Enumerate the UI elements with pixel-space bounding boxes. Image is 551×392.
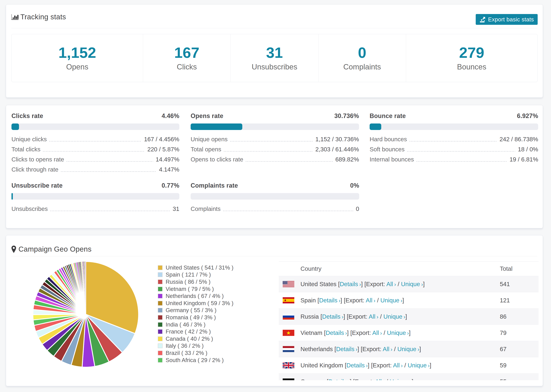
rate-row: Unique opens1,152 / 30.736% <box>191 134 359 144</box>
export-unique-link[interactable]: Unique <box>408 362 427 369</box>
export-unique-link[interactable]: Unique <box>390 378 409 380</box>
campaign-geo-opens-card: Campaign Geo Opens United States ( 541 /… <box>6 235 543 386</box>
geo-row-total-cell: 59 <box>500 362 507 369</box>
flag-nl-icon <box>283 346 294 352</box>
bracket: [ <box>324 329 326 336</box>
export-unique-link[interactable]: Unique <box>401 281 420 287</box>
details-link[interactable]: Details <box>319 297 338 304</box>
export-all-link[interactable]: All <box>372 329 379 336</box>
legend-label: Italy ( 36 / 2% ) <box>166 343 204 349</box>
legend-swatch <box>158 265 162 270</box>
legend-label: India ( 46 / 3% ) <box>166 321 205 328</box>
rate-row: Opens to clicks rate689.82% <box>191 154 359 164</box>
export-basic-stats-button[interactable]: Export basic stats <box>476 14 538 25</box>
dotted-leader <box>230 141 313 142</box>
rate-row-value: 167 / 4.456% <box>144 136 179 143</box>
geo-row-country-cell: Spain [Details›] [Export: All› / Unique›… <box>300 297 404 304</box>
details-link[interactable]: Details <box>336 346 354 352</box>
legend-item-south-africa: South Africa ( 29 / 2% ) <box>158 357 233 364</box>
legend-swatch <box>158 280 162 284</box>
export-all-link[interactable]: All <box>366 297 372 304</box>
flag-de-icon <box>283 378 294 380</box>
bracket: ] [Export: <box>347 329 372 336</box>
geo-row-country-cell: Russia [Details›] [Export: All› / Unique… <box>300 313 407 320</box>
geo-row-country-cell: United Kingdom [Details›] [Export: All› … <box>300 362 431 369</box>
export-unique-link[interactable]: Unique <box>397 346 416 352</box>
stat-column-bounces: 279Bounces <box>406 34 537 82</box>
export-all-link[interactable]: All <box>386 281 393 287</box>
details-link[interactable]: Details <box>340 281 358 287</box>
rate-row: Soft bounces18 / 0% <box>370 144 538 154</box>
rate-group-title: Bounce rate <box>370 112 406 120</box>
bar-chart-icon <box>11 14 19 20</box>
legend-item-spain: Spain ( 121 / 7% ) <box>158 271 233 279</box>
rate-row-value: 0 <box>356 205 359 212</box>
rate-group-title-row: Complaints rate0% <box>191 182 359 189</box>
country-name: United Kingdom <box>300 362 345 369</box>
dotted-leader <box>67 161 153 162</box>
bracket: ] <box>409 329 411 336</box>
export-all-link[interactable]: All <box>383 346 389 352</box>
rate-group-title-row: Opens rate30.736% <box>191 112 359 120</box>
stats-summary-box: 1,152Opens167Clicks31Unsubscribes0Compla… <box>11 34 537 82</box>
slash-separator: / <box>392 346 397 352</box>
rate-group-value: 4.46% <box>162 112 179 120</box>
stat-value: 0 <box>358 45 366 60</box>
country-column-header: Country <box>300 265 322 272</box>
details-link[interactable]: Details <box>346 362 365 369</box>
rate-row-value: 18 / 0% <box>518 146 538 153</box>
slash-separator: / <box>382 329 387 336</box>
legend-swatch <box>158 301 162 306</box>
legend-label: Spain ( 121 / 7% ) <box>166 271 211 278</box>
legend-swatch <box>158 315 162 320</box>
legend-item-netherlands: Netherlands ( 67 / 4% ) <box>158 293 233 300</box>
geo-table-row-us: United States [Details›] [Export: All› /… <box>279 276 538 292</box>
legend-label: Canada ( 40 / 2% ) <box>166 336 213 342</box>
rate-row-value: 4.147% <box>159 166 179 173</box>
legend-swatch <box>158 351 162 355</box>
rate-rows: Unique clicks167 / 4.456%Total clicks220… <box>11 134 179 175</box>
legend-label: Netherlands ( 67 / 4% ) <box>166 293 224 299</box>
legend-label: Romania ( 49 / 3% ) <box>166 314 216 321</box>
stat-label: Bounces <box>457 63 486 71</box>
chevron-right-icon: › <box>401 297 403 304</box>
details-link[interactable]: Details <box>328 378 347 380</box>
geo-table-row-nl: Netherlands [Details›] [Export: All› / U… <box>279 341 538 357</box>
chevron-right-icon: › <box>407 330 409 336</box>
geo-row-country-cell: United States [Details›] [Export: All› /… <box>300 281 425 287</box>
slash-separator: / <box>396 281 401 287</box>
details-link[interactable]: Details <box>326 329 344 336</box>
dotted-leader <box>50 210 170 211</box>
chevron-right-icon: › <box>421 281 423 287</box>
geo-row-total-cell: 67 <box>500 346 507 352</box>
export-all-link[interactable]: All <box>369 313 375 320</box>
export-all-link[interactable]: All <box>393 362 400 369</box>
export-unique-link[interactable]: Unique <box>387 329 406 336</box>
rate-row: Clicks to opens rate14.497% <box>11 154 179 164</box>
flag-us-icon <box>283 281 294 287</box>
bracket: [ <box>334 346 336 352</box>
export-unique-link[interactable]: Unique <box>383 313 402 320</box>
bracket: ] [Export: <box>350 378 375 380</box>
rate-row-label: Total opens <box>191 146 221 153</box>
geo-table-body: United States [Details›] [Export: All› /… <box>279 276 538 380</box>
stat-label: Complaints <box>343 63 381 71</box>
flag-vn-icon <box>283 330 294 336</box>
export-unique-link[interactable]: Unique <box>380 297 399 304</box>
geo-table-row-ru: Russia [Details›] [Export: All› / Unique… <box>279 308 538 325</box>
chevron-right-icon: › <box>366 362 368 369</box>
bracket: [ <box>327 378 329 380</box>
dotted-leader <box>61 171 156 172</box>
rate-row-value: 220 / 5.87% <box>147 146 179 153</box>
tracking-stats-title: Tracking stats <box>20 13 66 21</box>
bracket: ] <box>405 313 407 320</box>
export-all-link[interactable]: All <box>375 378 382 380</box>
rate-group-title-row: Bounce rate6.927% <box>370 112 538 120</box>
details-link[interactable]: Details <box>322 313 340 320</box>
rate-group-bounce-rate: Bounce rate6.927%Hard bounces242 / 86.73… <box>370 112 538 164</box>
dotted-leader <box>410 141 497 142</box>
map-marker-icon <box>11 245 16 253</box>
bracket: [ <box>318 297 319 304</box>
stat-value: 1,152 <box>58 45 96 60</box>
rate-row-label: Soft bounces <box>370 146 404 153</box>
